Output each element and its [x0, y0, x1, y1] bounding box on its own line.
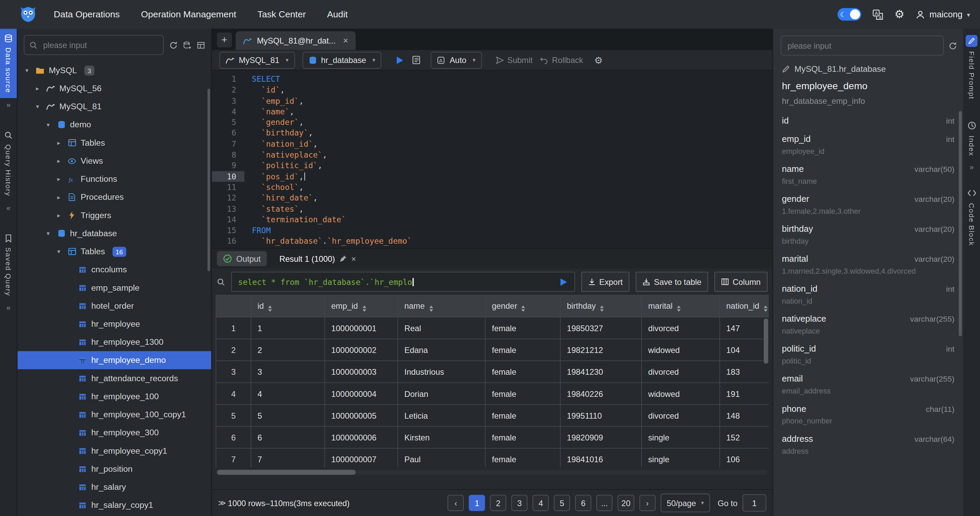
tree-item-procedures[interactable]: ▸Procedures [18, 188, 211, 206]
table-cell[interactable]: 19850327 [560, 317, 642, 339]
export-button[interactable]: Export [581, 271, 630, 292]
tree-item-hr-employee[interactable]: hr_employee [18, 315, 211, 333]
table-cell[interactable]: female [485, 339, 560, 361]
run-button[interactable] [395, 55, 405, 65]
sql-editor[interactable]: 12345678910111213141516 SELECT `id`, `em… [212, 70, 772, 248]
column-header-name[interactable]: name [398, 295, 485, 317]
tree-item-mysql[interactable]: ▾MySQL3 [18, 61, 211, 79]
field-item-politic_id[interactable]: politic_idintpolitic_id [782, 344, 955, 365]
table-cell[interactable]: single [641, 427, 719, 448]
field-item-address[interactable]: addressvarchar(64)address [782, 433, 955, 456]
scrollbar-thumb[interactable] [217, 470, 355, 475]
sort-icon[interactable] [268, 305, 272, 311]
tree-item-hr-employee-demo[interactable]: hr_employee_demo [18, 351, 211, 369]
collapse-icon[interactable]: « [6, 302, 11, 315]
table-cell[interactable]: 1000000001 [325, 317, 398, 339]
chevron-down-icon[interactable]: ▾ [44, 121, 52, 128]
table-row[interactable]: 771000000007Paulfemale19841016single106 [216, 448, 768, 467]
add-tab-button[interactable]: + [217, 32, 232, 47]
table-cell[interactable]: 148 [720, 404, 769, 426]
table-cell[interactable]: female [485, 404, 560, 426]
tree-item-hr-attendance-records[interactable]: hr_attendance_records [18, 369, 211, 387]
tree-item-views[interactable]: ▸Views [18, 152, 211, 170]
tree-item-triggers[interactable]: ▸Triggers [18, 206, 211, 224]
table-row[interactable]: 441000000004Dorianfemale19840226widowed1… [216, 383, 768, 404]
datasource-select[interactable]: MySQL_81 ▾ [219, 51, 294, 68]
editor-tab-active[interactable]: MySQL_81@hr_dat... × [235, 31, 356, 50]
field-item-nativeplace[interactable]: nativeplacevarchar(255)nativeplace [782, 313, 955, 335]
column-header-emp_id[interactable]: emp_id [325, 295, 398, 317]
table-cell[interactable]: widowed [641, 383, 719, 404]
table-cell[interactable]: single [641, 448, 719, 467]
pin-icon[interactable] [339, 255, 347, 262]
tree-item-demo[interactable]: ▾demo [18, 116, 211, 134]
tree-item-hr-salary[interactable]: hr_salary [18, 478, 211, 496]
table-cell[interactable]: 19951110 [560, 404, 642, 426]
rollback-button[interactable]: Rollback [540, 55, 583, 65]
menu-task-center[interactable]: Task Center [258, 10, 306, 19]
code-block-icon[interactable] [966, 187, 978, 199]
datasource-search[interactable] [24, 35, 164, 55]
table-cell[interactable]: female [485, 317, 560, 339]
column-button[interactable]: Column [714, 271, 767, 292]
table-cell[interactable]: female [485, 448, 560, 467]
chevron-right-icon[interactable]: ▸ [54, 157, 63, 164]
field-item-phone[interactable]: phonechar(11)phone_number [782, 404, 955, 426]
add-datasource-icon[interactable] [183, 41, 191, 49]
page-button-1[interactable]: 1 [469, 495, 485, 511]
tree-item-hr-employee-copy1[interactable]: hr_employee_copy1 [18, 442, 211, 460]
field-item-nation_id[interactable]: nation_idintnation_id [782, 284, 955, 305]
table-cell[interactable]: female [485, 361, 560, 383]
rail-data-source[interactable]: Data source [0, 29, 17, 98]
table-row[interactable]: 111000000001Realfemale19850327divorced14… [216, 317, 768, 339]
table-cell[interactable]: 106 [720, 448, 769, 467]
collapse-icon[interactable]: « [6, 202, 11, 215]
save-to-table-button[interactable]: Save to table [636, 271, 708, 292]
table-cell[interactable]: Industrious [398, 361, 485, 383]
table-cell[interactable]: 1000000003 [325, 361, 398, 383]
table-cell[interactable]: female [485, 427, 560, 448]
page-button-4[interactable]: 4 [533, 495, 549, 511]
table-cell[interactable]: divorced [641, 404, 719, 426]
tree-item-hr-employee-100-copy1[interactable]: hr_employee_100_copy1 [18, 405, 211, 424]
tree-item-functions[interactable]: ▸fxFunctions [18, 170, 211, 188]
table-cell[interactable]: divorced [641, 317, 719, 339]
table-config-icon[interactable] [197, 41, 205, 49]
dark-mode-toggle[interactable]: ☾ [837, 8, 861, 21]
table-cell[interactable]: 1000000004 [325, 383, 398, 404]
settings-gear-icon[interactable]: ⚙ [894, 9, 904, 20]
table-row[interactable]: 221000000002Edanafemale19821212widowed10… [216, 339, 768, 361]
search-input[interactable] [42, 40, 158, 50]
table-row[interactable]: 661000000006Kirstenfemale19820909single1… [216, 427, 768, 448]
expand-icon[interactable]: » [6, 98, 11, 112]
translate-icon[interactable]: Aa [872, 9, 883, 20]
table-cell[interactable]: 1000000007 [325, 448, 398, 467]
rail-saved-query[interactable]: Saved Query [0, 229, 17, 301]
refresh-icon[interactable] [169, 41, 177, 49]
chevron-right-icon[interactable]: ▸ [54, 194, 63, 200]
field-item-emp_id[interactable]: emp_idintemployee_id [782, 134, 955, 156]
close-icon[interactable]: × [351, 254, 356, 264]
database-select[interactable]: hr_database ▾ [302, 51, 382, 68]
tree-item-mysql-56[interactable]: ▸MySQL_56 [18, 79, 211, 97]
sort-icon[interactable] [429, 305, 433, 311]
sort-icon[interactable] [522, 305, 525, 311]
tab-output[interactable]: Output [217, 251, 267, 266]
table-cell[interactable]: 1000000002 [325, 339, 398, 361]
index-icon[interactable] [966, 119, 978, 132]
chevron-right-icon[interactable]: ▸ [54, 212, 63, 219]
table-cell[interactable]: Edana [398, 339, 485, 361]
field-item-marital[interactable]: maritalvarchar(20)1.married,2.single,3.w… [782, 254, 955, 275]
column-header-nation_id[interactable]: nation_id [720, 295, 769, 317]
table-cell[interactable]: 1000000005 [325, 404, 398, 426]
menu-audit[interactable]: Audit [327, 10, 348, 19]
chevron-down-icon[interactable]: ▾ [22, 67, 31, 73]
editor-code[interactable]: SELECT `id`, `emp_id`, `name`, `gender`,… [245, 70, 773, 248]
page-button-6[interactable]: 6 [575, 495, 592, 511]
field-item-name[interactable]: namevarchar(50)first_name [782, 164, 955, 186]
scrollbar-thumb[interactable] [207, 89, 210, 271]
chevron-down-icon[interactable]: ▾ [44, 230, 52, 237]
table-cell[interactable]: 1000000006 [325, 427, 398, 448]
table-cell[interactable]: 191 [720, 383, 769, 404]
refresh-icon[interactable] [949, 41, 957, 50]
